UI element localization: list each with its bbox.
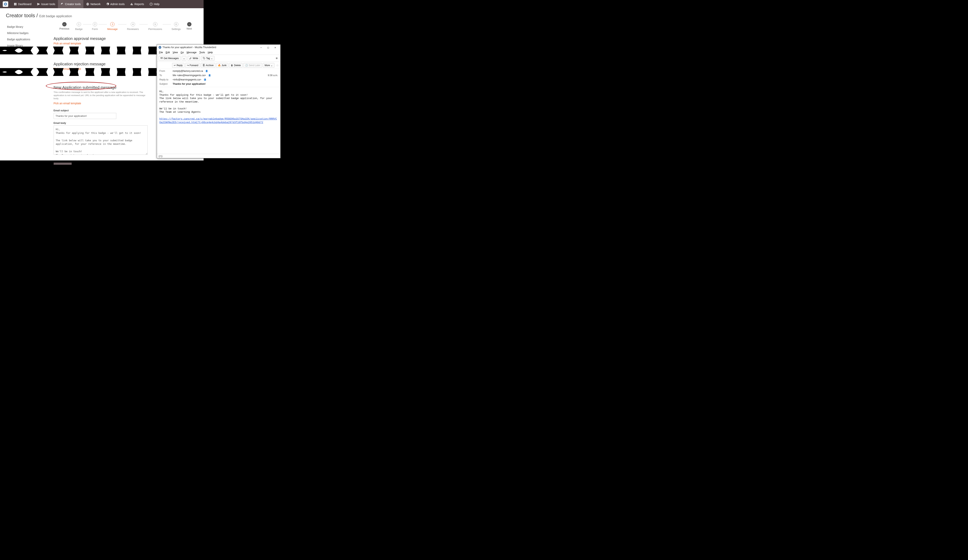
svg-rect-9 (132, 4, 133, 5)
delete-button[interactable]: 🗑 Delete (229, 63, 242, 68)
menu-go[interactable]: Go (181, 51, 184, 54)
junk-button[interactable]: 🔥 Junk (216, 63, 228, 68)
sidebar-milestone-badges[interactable]: Milestone badges (6, 30, 54, 36)
tag-button[interactable]: Tag ⌄ (201, 56, 214, 61)
step-permissions[interactable]: 5Permissions (148, 22, 162, 30)
save-and-close-link[interactable]: Save and close (75, 164, 94, 165)
nav-creator-tools[interactable]: Creator tools (58, 0, 83, 8)
svg-rect-7 (131, 4, 131, 5)
breadcrumb-sub: Edit badge application (39, 14, 72, 18)
thunderbird-toolbar: Get Messages ⌄ Write Tag ⌄ ≡ (157, 55, 280, 62)
thunderbird-titlebar: ✉ Thanks for your application! - Mozilla… (157, 45, 280, 50)
archive-button[interactable]: 🗄 Archive (201, 63, 215, 68)
more-button[interactable]: More ⌄ (263, 63, 274, 68)
menu-file[interactable]: File (159, 51, 163, 54)
from-label: From (159, 70, 171, 72)
wizard-stepper: ←Previous 1Badge 2Form 3Message 4Reviewe… (54, 22, 198, 30)
window-maximize[interactable]: ▢ (265, 45, 272, 50)
thunderbird-statusbar: ((•)) (157, 154, 280, 158)
menu-edit[interactable]: Edit (166, 51, 170, 54)
nav-reports[interactable]: Reports (128, 0, 147, 8)
svg-text:?: ? (151, 3, 151, 5)
breadcrumb-main: Creator tools / (6, 13, 38, 18)
replyto-label: Reply to (159, 78, 171, 81)
approval-pick-template[interactable]: Pick an email template (54, 42, 81, 45)
nav-issuer-tools[interactable]: Issuer tools (34, 0, 58, 8)
thunderbird-title-text: Thanks for your application! - Mozilla T… (162, 46, 216, 49)
message-action-bar: ↩ Reply ↪ Forward 🗄 Archive 🔥 Junk 🗑 Del… (157, 62, 280, 69)
thunderbird-icon: ✉ (159, 46, 161, 49)
svg-rect-4 (14, 4, 15, 5)
get-messages-button[interactable]: Get Messages (159, 56, 181, 61)
status-indicator: ((•)) (159, 155, 162, 157)
breadcrumb: Creator tools / Edit badge application (6, 13, 198, 18)
svg-rect-5 (15, 4, 17, 5)
email-body-textarea[interactable] (54, 126, 148, 155)
star-toggle[interactable]: ☆ (276, 63, 279, 67)
thunderbird-menubar: File Edit View Go Message Tools Help (157, 50, 280, 55)
step-message[interactable]: 3Message (107, 22, 118, 30)
sidebar-image-library[interactable]: Image library (6, 43, 54, 49)
nav-help[interactable]: ?Help (147, 0, 162, 8)
sidebar-badge-library[interactable]: Badge library (6, 24, 54, 30)
menu-message[interactable]: Message (187, 51, 197, 54)
stepper-previous[interactable]: ←Previous (60, 22, 70, 30)
step-badge[interactable]: 1Badge (75, 22, 83, 30)
svg-rect-3 (15, 3, 17, 4)
new-application-section-title: New Application submitted message (54, 85, 116, 90)
contact-icon[interactable]: 👤 (206, 70, 208, 72)
email-subject-input[interactable] (54, 113, 116, 119)
send-later-button[interactable]: 🕒 Send Later (243, 63, 262, 68)
sidebar: Badge library Milestone badges Badge app… (6, 22, 54, 165)
contact-icon[interactable]: 👤 (208, 74, 211, 77)
new-application-pick-template[interactable]: Pick an email template (54, 102, 81, 105)
message-body: Hi, Thanks for applying for this badge -… (157, 87, 280, 154)
stepper-next[interactable]: →Next (187, 22, 192, 30)
sidebar-badge-applications[interactable]: Badge applications (6, 36, 54, 43)
application-link[interactable]: https://factory.cancred.ca/c/earnablebad… (159, 118, 277, 124)
write-button[interactable]: Write (187, 56, 200, 61)
svg-rect-2 (14, 3, 15, 4)
top-nav: Dashboard Issuer tools Creator tools Net… (0, 0, 204, 8)
menu-tools[interactable]: Tools (199, 51, 205, 54)
step-settings[interactable]: 6Settings (171, 22, 181, 30)
rejection-pick-template[interactable]: Pick an email template (54, 67, 81, 70)
get-messages-dropdown[interactable]: ⌄ (182, 56, 186, 61)
subject-value: Thanks for your application! (172, 83, 206, 85)
window-close[interactable]: ✕ (272, 45, 279, 50)
body-text: Hi, Thanks for applying for this badge -… (159, 90, 274, 113)
nav-network[interactable]: Network (83, 0, 103, 8)
nav-admin-tools[interactable]: Admin tools (103, 0, 128, 8)
continue-button[interactable]: Continue (54, 162, 72, 165)
svg-rect-8 (131, 3, 132, 5)
hamburger-menu[interactable]: ≡ (275, 56, 279, 60)
contact-icon[interactable]: 👤 (204, 78, 206, 81)
subject-label: Subject (159, 83, 171, 85)
nav-dashboard[interactable]: Dashboard (11, 0, 34, 8)
from-value: noreply@factory.cancred.ca (172, 70, 203, 72)
thunderbird-window: ✉ Thanks for your application! - Mozilla… (157, 45, 280, 158)
step-reviewers[interactable]: 4Reviewers (127, 22, 139, 30)
new-application-desc: This confirmation message is sent to the… (54, 91, 148, 100)
window-minimize[interactable]: — (258, 45, 265, 50)
to-label: To (159, 74, 171, 77)
approval-section-title: Application approval message (54, 36, 198, 41)
replyto-value: <info@learningagents.ca> (172, 78, 201, 81)
step-form[interactable]: 2Form (92, 22, 98, 30)
menu-help[interactable]: Help (208, 51, 213, 54)
reply-button[interactable]: ↩ Reply (172, 63, 184, 68)
to-value: Me <alex@learningagents.ca> (172, 74, 206, 77)
app-logo[interactable] (3, 2, 8, 7)
message-time: 9:38 a.m. (268, 74, 278, 77)
menu-view[interactable]: View (172, 51, 178, 54)
forward-button[interactable]: ↪ Forward (185, 63, 200, 68)
